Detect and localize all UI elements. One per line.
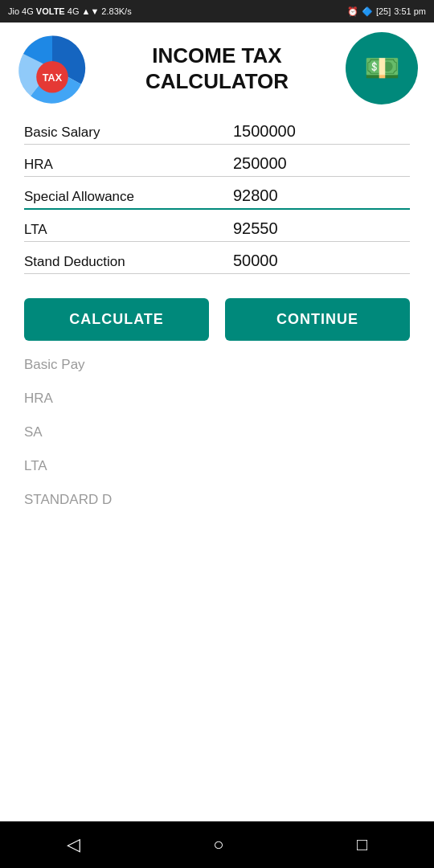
lta-input[interactable] [233, 219, 410, 238]
special-allowance-label: Special Allowance [24, 189, 153, 205]
result-sa-label: SA [24, 424, 43, 440]
form-section: Basic Salary HRA Special Allowance LTA S… [0, 114, 434, 274]
basic-salary-label: Basic Salary [24, 125, 153, 141]
bottom-nav: ◁ ○ □ [0, 821, 434, 868]
recent-button[interactable]: □ [357, 834, 367, 855]
special-allowance-row: Special Allowance [24, 186, 410, 210]
stand-deduction-label: Stand Deduction [24, 254, 153, 270]
stand-deduction-input[interactable] [233, 252, 410, 270]
status-right: ⏰ 🔷 [25] 3:51 pm [347, 6, 426, 17]
hra-input[interactable] [233, 154, 410, 173]
basic-salary-row: Basic Salary [24, 122, 410, 145]
wallet-icon: 💵 [364, 51, 400, 85]
tax-logo: TAX [16, 32, 88, 104]
app-title: INCOME TAX CALCULATOR [88, 43, 346, 95]
button-row: CALCULATE CONTINUE [0, 284, 434, 341]
result-standard-d-label: STANDARD D [24, 492, 112, 507]
carrier-info: Jio 4G VOLTE 4G ▲▼ 2.83K/s [8, 6, 132, 16]
back-button[interactable]: ◁ [67, 834, 80, 855]
lta-row: LTA [24, 219, 410, 242]
alarm-icon: ⏰ [347, 6, 358, 17]
status-left: Jio 4G VOLTE 4G ▲▼ 2.83K/s [8, 6, 135, 16]
lta-label: LTA [24, 222, 153, 238]
result-lta: LTA [24, 458, 410, 474]
result-basic-pay: Basic Pay [24, 357, 410, 373]
bluetooth-icon: 🔷 [362, 6, 373, 17]
status-bar: Jio 4G VOLTE 4G ▲▼ 2.83K/s ⏰ 🔷 [25] 3:51… [0, 0, 434, 23]
hra-row: HRA [24, 154, 410, 177]
calculate-button[interactable]: CALCULATE [24, 298, 209, 341]
continue-button[interactable]: CONTINUE [225, 298, 410, 341]
result-lta-label: LTA [24, 458, 47, 473]
stand-deduction-row: Stand Deduction [24, 252, 410, 274]
basic-salary-input[interactable] [233, 122, 410, 141]
result-sa: SA [24, 424, 410, 440]
home-button[interactable]: ○ [213, 834, 223, 855]
special-allowance-input[interactable] [233, 186, 410, 205]
result-basic-pay-label: Basic Pay [24, 357, 85, 372]
header: TAX INCOME TAX CALCULATOR 💵 [0, 23, 434, 114]
battery-icon: [25] [376, 6, 391, 16]
results-section: Basic Pay HRA SA LTA STANDARD D [0, 341, 434, 508]
hra-label: HRA [24, 157, 153, 173]
result-hra: HRA [24, 391, 410, 407]
result-standard-d: STANDARD D [24, 492, 410, 508]
wallet-icon-container: 💵 [346, 32, 418, 104]
svg-text:TAX: TAX [43, 72, 63, 84]
time-display: 3:51 pm [394, 6, 426, 16]
result-hra-label: HRA [24, 391, 53, 406]
